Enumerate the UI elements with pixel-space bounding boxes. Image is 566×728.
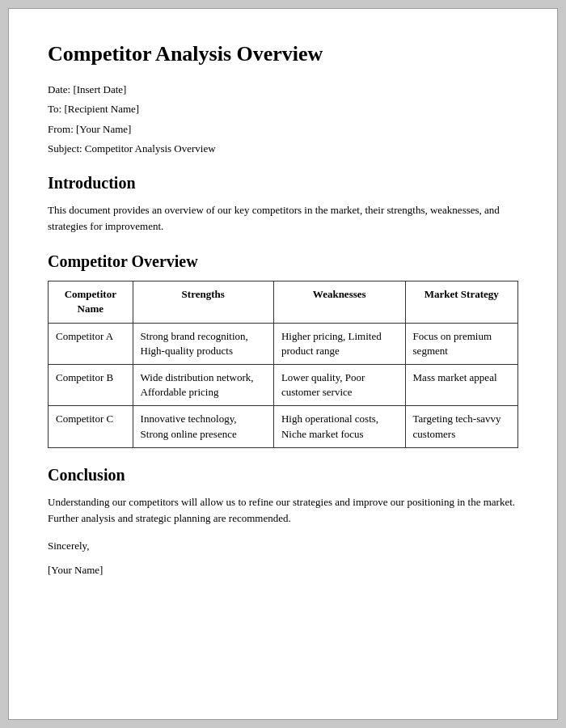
table-row: Competitor CInnovative technology, Stron… — [49, 406, 518, 447]
conclusion-heading: Conclusion — [48, 466, 518, 485]
strategy-cell: Targeting tech-savvy customers — [405, 406, 517, 447]
col-header-strengths: Strengths — [133, 281, 273, 323]
subject-line: Subject: Competitor Analysis Overview — [48, 142, 518, 156]
col-header-strategy: Market Strategy — [405, 281, 517, 323]
sincerely-line: Sincerely, — [48, 538, 518, 554]
weaknesses-cell: Higher pricing, Limited product range — [273, 323, 405, 364]
table-header-row: CompetitorName Strengths Weaknesses Mark… — [49, 281, 518, 323]
introduction-heading: Introduction — [48, 174, 518, 193]
weaknesses-cell: Lower quality, Poor customer service — [273, 364, 405, 405]
signoff-line: [Your Name] — [48, 562, 518, 578]
weaknesses-cell: High operational costs, Niche market foc… — [273, 406, 405, 447]
table-row: Competitor AStrong brand recognition, Hi… — [49, 323, 518, 364]
document-title: Competitor Analysis Overview — [48, 41, 518, 66]
meta-block: Date: [Insert Date] To: [Recipient Name]… — [48, 83, 518, 156]
competitor-name-cell: Competitor C — [49, 406, 133, 447]
strategy-cell: Focus on premium segment — [405, 323, 517, 364]
table-row: Competitor BWide distribution network, A… — [49, 364, 518, 405]
introduction-body: This document provides an overview of ou… — [48, 202, 518, 235]
col-header-weaknesses: Weaknesses — [273, 281, 405, 323]
competitor-name-cell: Competitor A — [49, 323, 133, 364]
closing-block: Sincerely, [Your Name] — [48, 538, 518, 578]
date-line: Date: [Insert Date] — [48, 83, 518, 97]
document-page: Competitor Analysis Overview Date: [Inse… — [8, 8, 558, 720]
strategy-cell: Mass market appeal — [405, 364, 517, 405]
col-header-name: CompetitorName — [49, 281, 133, 323]
strengths-cell: Innovative technology, Strong online pre… — [133, 406, 273, 447]
strengths-cell: Strong brand recognition, High-quality p… — [133, 323, 273, 364]
competitor-overview-heading: Competitor Overview — [48, 252, 518, 271]
conclusion-body: Understanding our competitors will allow… — [48, 494, 518, 527]
strengths-cell: Wide distribution network, Affordable pr… — [133, 364, 273, 405]
to-line: To: [Recipient Name] — [48, 102, 518, 116]
from-line: From: [Your Name] — [48, 122, 518, 137]
competitor-table: CompetitorName Strengths Weaknesses Mark… — [48, 281, 518, 448]
competitor-name-cell: Competitor B — [49, 364, 133, 405]
